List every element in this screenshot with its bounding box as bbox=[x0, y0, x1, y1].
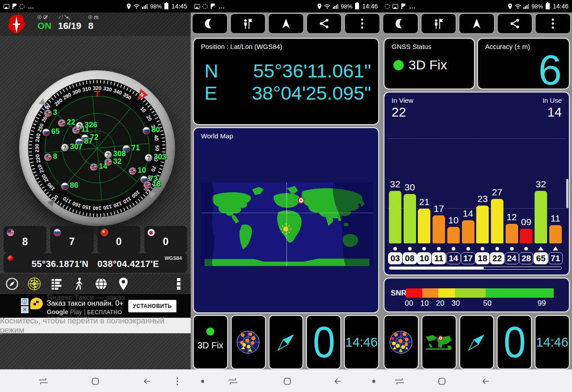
speed-card[interactable]: 0 bbox=[497, 315, 532, 369]
compass-needle-card[interactable] bbox=[269, 315, 304, 369]
satellite-fix-counter: ✓/ 16/19 bbox=[58, 14, 82, 31]
chart-scrollbar[interactable] bbox=[389, 267, 562, 270]
signal-icon bbox=[333, 4, 339, 9]
satellite-marker-303: ? bbox=[145, 154, 152, 162]
lon-value: 38°04'25.095" bbox=[252, 82, 371, 104]
panel-gps-test-app: ... 98% 14:46 Position : Lat/Lon (WGS84)… bbox=[191, 0, 381, 369]
satellite-id-label: 303 bbox=[154, 153, 166, 162]
location-tab-button[interactable] bbox=[116, 276, 131, 291]
nav-back-button[interactable] bbox=[479, 370, 492, 392]
satellite-id-chip-18[interactable]: 18 bbox=[475, 252, 490, 264]
night-mode-button[interactable] bbox=[383, 13, 418, 34]
world-map-mini-card[interactable] bbox=[421, 315, 457, 369]
satellite-id-chip-22[interactable]: 22 bbox=[490, 252, 504, 264]
nav-back-button[interactable] bbox=[331, 370, 344, 392]
radar-tab-button[interactable] bbox=[27, 276, 42, 291]
time-card[interactable]: 14:46 bbox=[535, 315, 570, 369]
share-button[interactable] bbox=[306, 13, 342, 34]
satellite-marker-8 bbox=[44, 154, 52, 161]
gps-marker-icon bbox=[437, 247, 441, 251]
glonass-marker-icon bbox=[538, 247, 543, 251]
satellite-id-chip-28[interactable]: 28 bbox=[519, 252, 533, 264]
status-bar: ... 98% 14:45 bbox=[0, 0, 191, 12]
compass-tick bbox=[162, 137, 165, 138]
waypoint-button[interactable] bbox=[421, 13, 457, 34]
satellites-chart[interactable]: In View 22 In Use 14 3203300821101711101… bbox=[384, 92, 570, 275]
ad-price: БЕСПЛАТНО bbox=[87, 309, 122, 315]
snr-value-label: 32 bbox=[532, 179, 550, 190]
overflow-menu-button[interactable] bbox=[171, 276, 186, 291]
satellite-id-chip-71[interactable]: 71 bbox=[548, 252, 563, 264]
count-box-jp[interactable]: 0 bbox=[144, 226, 187, 253]
menu-button[interactable] bbox=[344, 13, 380, 34]
nav-recents-button[interactable] bbox=[393, 370, 406, 392]
skyplot-card[interactable] bbox=[231, 315, 266, 369]
ad-close-icon[interactable]: ✕ bbox=[21, 306, 29, 313]
walk-tab-button[interactable] bbox=[71, 276, 86, 291]
navigate-button[interactable] bbox=[459, 13, 494, 34]
snr-bar-65 bbox=[535, 191, 547, 243]
vertical-scrollbar-thumb[interactable] bbox=[566, 179, 568, 208]
satellite-list-tab-button[interactable] bbox=[49, 276, 64, 291]
world-map-card[interactable]: World Map bbox=[193, 127, 379, 313]
satellite-id-chip-10[interactable]: 10 bbox=[417, 252, 431, 264]
gps-on-icon bbox=[37, 15, 41, 19]
gnss-status-card[interactable]: GNSS Status 3D Fix bbox=[384, 38, 475, 89]
ad-banner[interactable]: Яндекс Такси — заказ ⓘ ✕ Заказ такси онл… bbox=[0, 294, 191, 318]
waypoint-button[interactable] bbox=[230, 13, 266, 34]
nav-home-button[interactable] bbox=[436, 370, 448, 392]
satellite-id-chip-24[interactable]: 24 bbox=[505, 252, 519, 264]
app-logo[interactable] bbox=[7, 14, 26, 37]
count-box-ru[interactable]: 7 bbox=[50, 226, 93, 253]
speed-value: 0 bbox=[503, 320, 526, 364]
compass-tick bbox=[100, 213, 101, 216]
night-mode-button[interactable] bbox=[192, 13, 228, 34]
menu-button[interactable] bbox=[535, 13, 571, 34]
location-icon bbox=[317, 4, 322, 9]
globe-tab-button[interactable] bbox=[94, 276, 109, 291]
satellite-id-chip-03[interactable]: 03 bbox=[388, 252, 402, 264]
fullscreen-hint-bar[interactable]: Коснитесь, чтобы перейти в полноэкранный… bbox=[0, 318, 191, 333]
share-button[interactable] bbox=[497, 13, 533, 34]
gps-on-label: ON bbox=[37, 20, 52, 31]
snr-tick-label: 10 bbox=[418, 299, 431, 308]
coordinates-bar[interactable]: WGS84 55°36.1871'N038°04.4217'E bbox=[4, 253, 187, 273]
satellite-id-chip-08[interactable]: 08 bbox=[403, 252, 417, 264]
satellite-id-chip-17[interactable]: 17 bbox=[461, 252, 475, 264]
satellite-marker-308: ? bbox=[104, 151, 112, 158]
navigate-button[interactable] bbox=[268, 13, 304, 34]
fix-status-card[interactable]: 3D Fix bbox=[193, 315, 228, 369]
speed-card[interactable]: 0 bbox=[306, 315, 341, 369]
bottom-toolbar bbox=[0, 274, 191, 294]
count-box-us[interactable]: 8 bbox=[4, 226, 46, 253]
compass-tab-button[interactable] bbox=[4, 276, 20, 291]
notification-image-icon bbox=[194, 4, 200, 9]
satellite-id-label: 22 bbox=[67, 118, 75, 127]
wifi-icon bbox=[324, 4, 331, 9]
satellite-id-chip-65[interactable]: 65 bbox=[534, 252, 548, 264]
skyplot-card[interactable] bbox=[384, 315, 419, 369]
nav-home-button[interactable] bbox=[89, 370, 102, 392]
satellite-marker-18 bbox=[143, 181, 151, 189]
satellite-id-chip-14[interactable]: 14 bbox=[446, 252, 461, 264]
position-card[interactable]: Position : Lat/Lon (WGS84) N 55°36'11.06… bbox=[193, 38, 379, 125]
nav-home-button[interactable] bbox=[281, 370, 294, 392]
accuracy-card[interactable]: Accuracy (± m) 6 bbox=[477, 38, 570, 89]
nav-recents-button[interactable] bbox=[37, 370, 49, 392]
ad-info-icon[interactable]: ⓘ bbox=[21, 298, 29, 305]
compass-tick bbox=[162, 151, 165, 152]
gps-on-indicator: ON bbox=[37, 14, 52, 31]
nav-back-button[interactable] bbox=[141, 370, 153, 392]
chart-scrollbar-thumb[interactable] bbox=[389, 267, 484, 269]
snr-segment bbox=[406, 288, 422, 298]
count-box-cn[interactable]: 0 bbox=[98, 226, 140, 253]
nav-recents-button[interactable] bbox=[227, 370, 239, 392]
compass-needle-card[interactable] bbox=[459, 315, 494, 369]
satellite-id-chip-11[interactable]: 11 bbox=[432, 252, 446, 264]
ru-flag-icon bbox=[53, 229, 61, 236]
install-button[interactable]: УСТАНОВИТЬ bbox=[128, 300, 176, 312]
snr-bar-22 bbox=[491, 199, 503, 243]
signal-icon bbox=[142, 4, 148, 9]
snr-bar-28 bbox=[520, 229, 532, 243]
time-card[interactable]: 14:46 bbox=[344, 315, 379, 369]
